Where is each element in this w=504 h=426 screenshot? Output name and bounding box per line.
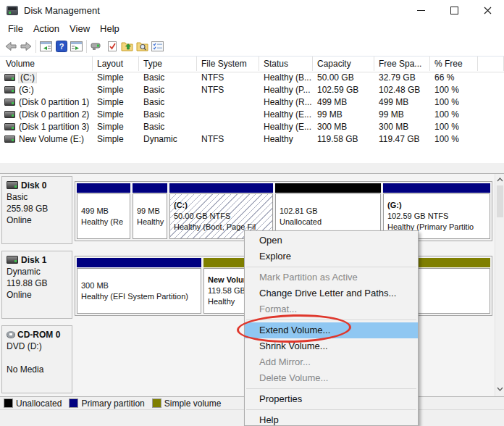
cell-type: Basic bbox=[139, 96, 197, 109]
scroll-up-button[interactable] bbox=[496, 175, 504, 184]
cdrom-media: DVD (D:) bbox=[7, 341, 70, 352]
cell-capacity: 99 MB bbox=[313, 109, 374, 121]
context-menu-item-delete-volume[interactable]: Delete Volume... bbox=[245, 370, 418, 386]
context-menu-item-explore[interactable]: Explore bbox=[245, 248, 418, 264]
spacer-line bbox=[7, 352, 70, 364]
table-row[interactable]: (Disk 0 partition 1) Simple Basic Health… bbox=[0, 96, 504, 109]
disk-icon bbox=[7, 181, 18, 189]
cell-status: Healthy (R... bbox=[259, 96, 313, 109]
help-button[interactable]: ? bbox=[54, 38, 69, 54]
folder-search-button[interactable] bbox=[135, 38, 150, 54]
column-header-pct-free[interactable]: % Free bbox=[430, 57, 478, 71]
partition-system[interactable]: 99 MBHealthy bbox=[133, 183, 167, 239]
cell-layout: Simple bbox=[93, 96, 139, 109]
disk-1-panel[interactable]: Disk 1 Dynamic 119.88 GB Online bbox=[1, 251, 72, 319]
table-row[interactable]: New Volume (E:) Simple Dynamic NTFS Heal… bbox=[0, 133, 504, 146]
chevron-down-icon bbox=[497, 387, 503, 391]
forward-icon bbox=[20, 41, 32, 51]
cell-free-space: 99 MB bbox=[374, 109, 430, 121]
column-header-file-system[interactable]: File System bbox=[197, 57, 259, 71]
cell-pct-free: 100 % bbox=[430, 96, 478, 109]
cell-capacity: 499 MB bbox=[313, 96, 374, 109]
forward-button[interactable] bbox=[18, 38, 33, 54]
toolbar-separator bbox=[86, 40, 87, 53]
cell-file-system bbox=[197, 96, 259, 109]
pane-splitter[interactable] bbox=[0, 163, 504, 174]
cell-type: Dynamic bbox=[139, 133, 197, 146]
context-menu-item-mark-partition-active[interactable]: Mark Partition as Active bbox=[245, 270, 418, 285]
cell-layout: Simple bbox=[93, 72, 139, 84]
console-tree-icon bbox=[40, 41, 52, 51]
partition-efi[interactable]: 300 MBHealthy (EFI System Partition) bbox=[77, 258, 201, 314]
cell-free-space: 32.79 GB bbox=[374, 72, 430, 84]
disk-icon bbox=[7, 256, 18, 264]
column-header-free-space[interactable]: Free Spa... bbox=[374, 57, 430, 71]
context-menu-item-help[interactable]: Help bbox=[245, 412, 418, 426]
cell-file-system: NTFS bbox=[197, 72, 259, 84]
properties-list-icon bbox=[151, 41, 164, 51]
menu-view[interactable]: View bbox=[70, 23, 90, 34]
cell-file-system: NTFS bbox=[197, 84, 259, 96]
cd-icon bbox=[7, 331, 15, 338]
context-menu-item-format[interactable]: Format... bbox=[245, 301, 418, 317]
rescan-disks-button[interactable] bbox=[89, 38, 104, 54]
show-console-tree-button[interactable] bbox=[38, 38, 54, 54]
partition-type-bar bbox=[77, 258, 201, 267]
column-header-type[interactable]: Type bbox=[139, 57, 197, 71]
column-header-status[interactable]: Status bbox=[259, 57, 313, 71]
cell-file-system: NTFS bbox=[197, 133, 259, 146]
maximize-button[interactable] bbox=[437, 0, 471, 20]
folder-search-icon bbox=[136, 41, 148, 51]
cdrom-status: No Media bbox=[7, 364, 70, 375]
context-menu-item-change-drive-letter[interactable]: Change Drive Letter and Paths... bbox=[245, 285, 418, 301]
cell-free-space: 119.47 GB bbox=[374, 133, 430, 146]
volume-icon bbox=[4, 99, 15, 106]
menu-file[interactable]: File bbox=[8, 23, 23, 34]
cell-free-space: 499 MB bbox=[374, 96, 430, 109]
menu-help[interactable]: Help bbox=[100, 23, 119, 34]
legend-label: Simple volume bbox=[164, 398, 222, 409]
folder-up-button[interactable] bbox=[119, 38, 135, 54]
menu-action[interactable]: Action bbox=[33, 23, 59, 34]
table-row[interactable]: (C:) Simple Basic NTFS Healthy (B... 50.… bbox=[0, 72, 504, 84]
check-disk-button[interactable] bbox=[104, 38, 119, 54]
vertical-scrollbar[interactable] bbox=[495, 174, 504, 396]
cell-file-system bbox=[197, 109, 259, 121]
cell-capacity: 119.58 GB bbox=[313, 133, 374, 146]
volume-name: (Disk 0 partition 1) bbox=[19, 97, 89, 107]
context-menu-item-add-mirror[interactable]: Add Mirror... bbox=[245, 354, 418, 370]
close-icon bbox=[484, 7, 492, 14]
scroll-down-button[interactable] bbox=[496, 385, 504, 393]
column-header-layout[interactable]: Layout bbox=[93, 57, 139, 71]
table-row[interactable]: (Disk 0 partition 2) Simple Basic Health… bbox=[0, 109, 504, 121]
back-button[interactable] bbox=[3, 38, 18, 54]
primary-partition-swatch bbox=[70, 399, 77, 407]
menu-separator bbox=[246, 409, 416, 410]
rescan-disks-icon bbox=[91, 41, 103, 51]
table-row[interactable]: (Disk 1 partition 3) Simple Basic Health… bbox=[0, 121, 504, 133]
partition-status: Healthy bbox=[137, 217, 167, 227]
minimize-button[interactable] bbox=[404, 0, 437, 20]
column-header-volume[interactable]: Volume bbox=[0, 57, 93, 71]
cell-status: Healthy (B... bbox=[259, 72, 313, 84]
partition-type-bar bbox=[275, 183, 381, 193]
partition-size: 499 MB bbox=[81, 206, 130, 217]
context-menu-item-open[interactable]: Open bbox=[245, 233, 418, 248]
volume-icon bbox=[4, 135, 15, 143]
partition-recovery[interactable]: 499 MBHealthy (Re bbox=[77, 183, 130, 239]
context-menu-item-properties[interactable]: Properties bbox=[245, 391, 418, 407]
cdrom-panel[interactable]: CD-ROM 0 DVD (D:) No Media bbox=[1, 325, 72, 393]
disk-management-window: Disk Management File Action View Help ? bbox=[0, 0, 504, 426]
scrollbar-thumb[interactable] bbox=[497, 185, 503, 217]
disk-0-panel[interactable]: Disk 0 Basic 255.98 GB Online bbox=[1, 176, 72, 244]
show-action-pane-button[interactable] bbox=[69, 38, 84, 54]
partition-size: 102.81 GB bbox=[280, 206, 380, 217]
close-button[interactable] bbox=[471, 0, 504, 20]
unallocated-swatch bbox=[4, 399, 12, 407]
partition-type-bar bbox=[77, 183, 130, 193]
table-row[interactable]: (G:) Simple Basic NTFS Healthy (P... 102… bbox=[0, 84, 504, 96]
volume-list-header: Volume Layout Type File System Status Ca… bbox=[0, 57, 504, 72]
column-header-capacity[interactable]: Capacity bbox=[313, 57, 374, 71]
action-pane-icon bbox=[70, 41, 83, 51]
properties-list-button[interactable] bbox=[150, 38, 165, 54]
